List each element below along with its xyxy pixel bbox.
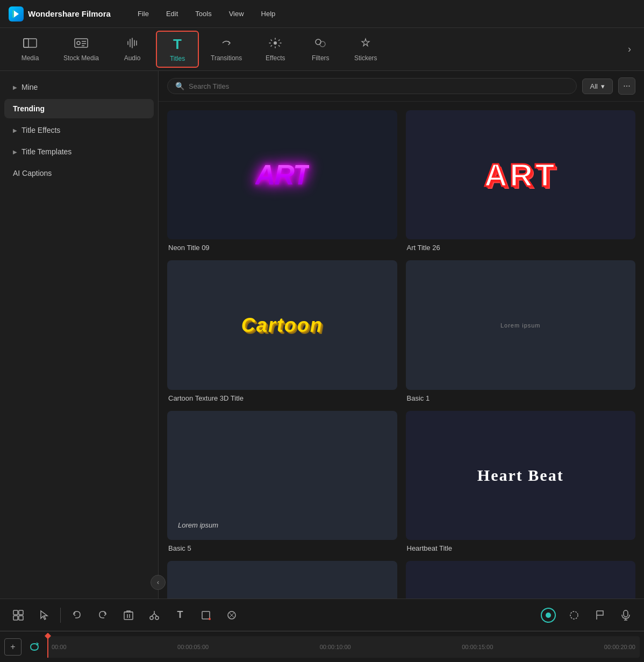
nav-stock-media[interactable]: Stock Media bbox=[54, 33, 109, 66]
stock-media-icon bbox=[74, 37, 88, 52]
more-options-button[interactable]: ··· bbox=[618, 77, 635, 95]
nav-more-button[interactable]: › bbox=[624, 39, 635, 59]
bottom-toolbar: T bbox=[0, 599, 644, 631]
title-card-heartbeat[interactable]: Heart Beat Heartbeat Title bbox=[406, 411, 636, 552]
select-tool-button[interactable] bbox=[34, 606, 54, 625]
crop-button[interactable] bbox=[196, 606, 216, 625]
nav-effects[interactable]: Effects bbox=[254, 33, 297, 66]
menu-view[interactable]: View bbox=[221, 6, 252, 21]
transitions-label: Transitions bbox=[211, 54, 242, 62]
grid-view-button[interactable] bbox=[9, 606, 28, 625]
menu-help[interactable]: Help bbox=[254, 6, 283, 21]
sidebar-item-ai-captions[interactable]: AI Captions bbox=[4, 163, 154, 183]
collapse-icon: ‹ bbox=[157, 579, 159, 586]
thumbnail-neon-09: ART bbox=[167, 110, 397, 239]
snap-button[interactable] bbox=[564, 606, 584, 625]
svg-rect-11 bbox=[13, 616, 18, 620]
thumbnail-cartoon-yellow: CARTOON bbox=[406, 561, 636, 599]
title-card-neon-09[interactable]: ART Neon Title 09 bbox=[167, 110, 397, 252]
timestamp-2: 00:00:10:00 bbox=[320, 644, 351, 650]
svg-point-6 bbox=[274, 41, 277, 45]
search-bar: 🔍 All ▾ ··· bbox=[159, 71, 644, 102]
cut-button[interactable] bbox=[145, 606, 164, 625]
svg-point-19 bbox=[570, 611, 578, 619]
color-button[interactable] bbox=[222, 606, 241, 625]
thumbnail-basic5: Lorem ipsum bbox=[167, 411, 397, 540]
flag-button[interactable] bbox=[590, 606, 610, 625]
timestamp-1: 00:00:05:00 bbox=[177, 644, 209, 650]
timestamp-3: 00:00:15:00 bbox=[462, 644, 493, 650]
titles-label: Titles bbox=[170, 55, 185, 62]
title-card-basic5[interactable]: Lorem ipsum Basic 5 bbox=[167, 411, 397, 552]
main-content: ▶ Mine Trending ▶ Title Effects ▶ Title … bbox=[0, 71, 644, 599]
svg-marker-0 bbox=[13, 10, 19, 18]
more-dots-icon: ··· bbox=[623, 81, 630, 91]
sidebar-item-title-effects[interactable]: ▶ Title Effects bbox=[4, 120, 154, 140]
text-button[interactable]: T bbox=[170, 606, 190, 625]
sidebar-item-mine[interactable]: ▶ Mine bbox=[4, 77, 154, 97]
filters-icon bbox=[313, 37, 327, 52]
title-card-cartoon-yellow[interactable]: CARTOON bbox=[406, 561, 636, 599]
thumbnail-art-26: ART bbox=[406, 110, 636, 239]
title-label-art-26: Art Title 26 bbox=[406, 244, 636, 252]
sidebar-trending-label: Trending bbox=[13, 104, 45, 113]
nav-titles[interactable]: T Titles bbox=[156, 31, 199, 68]
svg-point-15 bbox=[155, 616, 159, 620]
title-label-basic5: Basic 5 bbox=[167, 544, 397, 552]
menu-file[interactable]: File bbox=[130, 6, 156, 21]
filters-label: Filters bbox=[312, 54, 330, 62]
media-label: Media bbox=[22, 54, 39, 62]
timeline-playhead bbox=[47, 636, 48, 658]
sidebar: ▶ Mine Trending ▶ Title Effects ▶ Title … bbox=[0, 71, 159, 599]
nav-transitions[interactable]: Transitions bbox=[201, 33, 252, 66]
redo-button[interactable] bbox=[93, 606, 112, 625]
title-label-cartoon3d: Cartoon Texture 3D Title bbox=[167, 394, 397, 402]
record-button[interactable] bbox=[539, 606, 558, 625]
timeline-add-button[interactable]: + bbox=[4, 638, 22, 656]
effects-icon bbox=[268, 37, 282, 52]
effects-label: Effects bbox=[266, 54, 285, 62]
title-card-basic1[interactable]: Lorem ipsum Basic 1 bbox=[406, 260, 636, 402]
title-card-lower1[interactable]: Lorem ipsum dolor sit amet, consectetur … bbox=[167, 561, 397, 599]
search-icon: 🔍 bbox=[175, 82, 184, 90]
svg-rect-12 bbox=[19, 616, 23, 620]
mic-button[interactable] bbox=[616, 606, 635, 625]
timeline: + 00:00 00:00:05:00 00:00:10:00 00:00:15… bbox=[0, 631, 644, 662]
svg-point-17 bbox=[209, 618, 211, 620]
svg-rect-3 bbox=[24, 39, 28, 47]
filter-label: All bbox=[590, 82, 598, 90]
menu-tools[interactable]: Tools bbox=[188, 6, 219, 21]
heartbeat-text: Heart Beat bbox=[477, 466, 564, 485]
timeline-timestamps: 00:00 00:00:05:00 00:00:10:00 00:00:15:0… bbox=[47, 644, 640, 650]
titles-grid: ART Neon Title 09 ART Art Title 26 Carto… bbox=[159, 102, 644, 599]
title-card-art-26[interactable]: ART Art Title 26 bbox=[406, 110, 636, 252]
nav-stickers[interactable]: Stickers bbox=[344, 33, 387, 66]
delete-button[interactable] bbox=[119, 606, 138, 625]
sidebar-item-trending[interactable]: Trending bbox=[4, 99, 154, 118]
titles-icon: T bbox=[173, 36, 182, 53]
thumbnail-cartoon3d: Cartoon bbox=[167, 260, 397, 389]
timeline-loop-button[interactable] bbox=[26, 638, 43, 656]
sidebar-title-templates-label: Title Templates bbox=[22, 147, 71, 156]
sidebar-item-title-templates[interactable]: ▶ Title Templates bbox=[4, 142, 154, 161]
menu-edit[interactable]: Edit bbox=[159, 6, 185, 21]
undo-button[interactable] bbox=[67, 606, 87, 625]
nav-audio[interactable]: Audio bbox=[111, 33, 154, 66]
nav-media[interactable]: Media bbox=[9, 33, 52, 66]
svg-point-14 bbox=[150, 616, 153, 620]
mine-arrow-icon: ▶ bbox=[13, 84, 17, 90]
search-input[interactable] bbox=[189, 82, 569, 90]
stickers-label: Stickers bbox=[354, 54, 377, 62]
sidebar-collapse-button[interactable]: ‹ bbox=[151, 575, 166, 590]
title-label-basic1: Basic 1 bbox=[406, 394, 636, 402]
timeline-track[interactable]: 00:00 00:00:05:00 00:00:10:00 00:00:15:0… bbox=[47, 636, 640, 658]
stock-media-label: Stock Media bbox=[63, 54, 99, 62]
neon-title-text: ART bbox=[255, 159, 309, 191]
app-logo: Wondershare Filmora bbox=[9, 6, 111, 22]
nav-filters[interactable]: Filters bbox=[299, 33, 342, 66]
filter-button[interactable]: All ▾ bbox=[582, 79, 613, 94]
search-input-wrap[interactable]: 🔍 bbox=[167, 78, 577, 94]
media-icon bbox=[23, 37, 37, 52]
title-card-cartoon3d[interactable]: Cartoon Cartoon Texture 3D Title bbox=[167, 260, 397, 402]
logo-icon bbox=[9, 6, 24, 22]
